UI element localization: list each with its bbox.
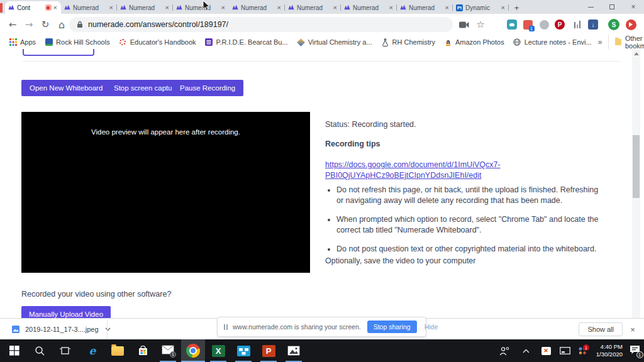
numerade-favicon (232, 4, 238, 11)
pause-recording-button[interactable]: Pause Recording (172, 80, 243, 96)
people-icon[interactable] (494, 339, 514, 362)
tab-close-icon[interactable]: × (333, 4, 338, 11)
recording-status-text: Status: Recording started. (325, 120, 416, 129)
tab-close-icon[interactable]: × (109, 4, 114, 11)
tab-title: Numerad (129, 4, 165, 11)
show-all-downloads-button[interactable]: Show all (579, 322, 623, 336)
numerade-favicon (176, 4, 182, 11)
tray-display-icon[interactable] (556, 339, 574, 362)
numerade-favicon (64, 4, 70, 11)
address-bar[interactable]: numerade.com/answers/control/189197/ (69, 17, 453, 32)
clock-date: 1/30/2020 (596, 351, 623, 358)
home-button[interactable]: ⌂ (54, 17, 69, 32)
stop-sharing-button[interactable]: Stop sharing (367, 321, 417, 333)
scrollbar-up-arrow-icon[interactable] (634, 52, 639, 55)
tray-device-error-icon[interactable]: ✕ (537, 339, 555, 362)
tab-numerade-3[interactable]: Numerad × (173, 1, 229, 14)
bookmarks-overflow-chevron[interactable]: » (592, 38, 609, 47)
forward-button[interactable]: → (21, 17, 36, 32)
download-bar-close-icon[interactable]: × (626, 322, 639, 336)
folder-icon (615, 39, 621, 45)
tab-numerade-7[interactable]: Numerad × (397, 1, 453, 14)
tab-numerade-4[interactable]: Numerad × (229, 1, 285, 14)
tab-title: Numerad (353, 4, 389, 11)
photos-icon[interactable] (282, 339, 306, 362)
bookmark-apps[interactable]: Apps (9, 38, 36, 47)
tab-title: Numerad (409, 4, 445, 11)
tab-close-icon[interactable]: × (165, 4, 170, 11)
download-menu-chevron-icon[interactable] (105, 327, 111, 331)
amazon-favicon: a (444, 38, 452, 47)
window-minimize-button[interactable] (580, 0, 601, 14)
bookmark-lecture-notes[interactable]: Lecture notes - Envi... (513, 38, 592, 47)
start-button[interactable] (3, 339, 26, 362)
page-scrollbar[interactable] (632, 49, 640, 326)
bookmark-amazon-photos[interactable]: a Amazon Photos (444, 38, 504, 47)
tab-periodic-table[interactable]: Pt Dynamic × (453, 1, 509, 14)
extension-bars-icon[interactable] (571, 18, 584, 31)
bookmark-rock-hill-schools[interactable]: Rock Hill Schools (45, 38, 110, 47)
bookmark-virtual-chemistry[interactable]: Virtual Chemistry a... (297, 38, 372, 47)
profile-avatar[interactable]: S (608, 18, 620, 31)
bookmark-label: P.R.I.D.E. Bearcat Bu... (216, 38, 288, 46)
back-button[interactable]: ← (5, 17, 20, 32)
tab-control[interactable]: Cont × (5, 1, 61, 14)
refresh-button[interactable]: ↻ (38, 17, 53, 32)
extension-badged-icon[interactable]: 1 (521, 18, 534, 31)
window-close-button[interactable]: × (623, 0, 644, 14)
bookmark-label: Lecture notes - Envi... (525, 38, 592, 46)
partially-scrolled-button[interactable] (23, 49, 94, 56)
mouse-cursor (203, 1, 210, 11)
action-center-icon[interactable]: 1 (625, 339, 644, 362)
classroom-monitor-icon[interactable] (231, 339, 255, 362)
bookmark-pride-bearcat[interactable]: P.R.I.D.E. Bearcat Bu... (205, 38, 288, 47)
new-tab-button[interactable]: + (511, 3, 522, 13)
tab-close-icon[interactable]: × (501, 4, 506, 11)
screen-sharing-bar: www.numerade.com is sharing your screen.… (217, 317, 426, 337)
powerpoint-icon[interactable]: P (257, 339, 280, 362)
tab-close-icon[interactable]: × (445, 4, 450, 11)
extension-screencast-icon[interactable] (506, 18, 518, 31)
camera-media-icon[interactable] (458, 18, 470, 31)
scrollbar-thumb[interactable] (633, 135, 640, 198)
download-item[interactable]: 2019-12-11_17-3....jpeg (6, 321, 116, 337)
bookmark-educators-handbook[interactable]: Educator's Handbook (119, 38, 196, 47)
edge-icon[interactable]: e (80, 339, 104, 362)
tab-close-icon[interactable]: × (221, 4, 226, 11)
tab-numerade-2[interactable]: Numerad × (117, 1, 173, 14)
task-view-icon[interactable] (53, 339, 77, 362)
tab-numerade-1[interactable]: Numerad × (61, 1, 117, 14)
mail-icon[interactable]: 1 (156, 339, 180, 362)
tab-numerade-6[interactable]: Numerad × (341, 1, 397, 14)
recording-tips-link[interactable]: https://docs.google.com/document/d/1ImUi… (325, 160, 501, 181)
action-center-badge: 1 (636, 351, 643, 358)
extension-gray-icon[interactable] (538, 18, 550, 31)
tip-item: Do not post question text or other copyr… (336, 244, 605, 255)
taskbar-clock[interactable]: 4:40 PM 1/30/2020 (584, 339, 623, 362)
tab-close-icon[interactable]: × (53, 4, 58, 11)
bookmark-star-icon[interactable]: ☆ (474, 18, 487, 31)
bookmark-label: Rock Hill Schools (56, 38, 110, 46)
tab-numerade-5[interactable]: Numerad × (285, 1, 341, 14)
excel-icon[interactable]: X (206, 339, 230, 362)
other-bookmarks-button[interactable]: Other bookmarks (608, 35, 644, 50)
numerade-favicon (344, 4, 350, 11)
chrome-icon[interactable] (181, 339, 205, 362)
pinterest-extension-icon[interactable]: P (553, 18, 566, 31)
bookmarks-bar: Apps Rock Hill Schools Educator's Handbo… (0, 35, 644, 49)
tab-close-icon[interactable]: × (389, 4, 394, 11)
window-maximize-button[interactable] (601, 0, 623, 14)
bookmark-rh-chemistry[interactable]: RH Chemistry (381, 38, 435, 47)
open-new-whiteboard-button[interactable]: Open New Whiteboard (21, 80, 111, 96)
hide-sharing-bar-link[interactable]: Hide (425, 323, 438, 331)
microsoft-store-icon[interactable] (131, 339, 155, 362)
search-icon[interactable] (28, 339, 52, 362)
tab-close-icon[interactable]: × (277, 4, 282, 11)
recording-tips-heading: Recording tips (325, 140, 380, 148)
file-explorer-icon[interactable] (106, 339, 130, 362)
tray-chevron-up-icon[interactable] (517, 339, 535, 362)
extension-download-icon[interactable]: ↓ (587, 18, 599, 31)
browser-menu-icon[interactable] (625, 18, 637, 31)
handbook-favicon (119, 38, 127, 47)
list-favicon (205, 38, 213, 47)
